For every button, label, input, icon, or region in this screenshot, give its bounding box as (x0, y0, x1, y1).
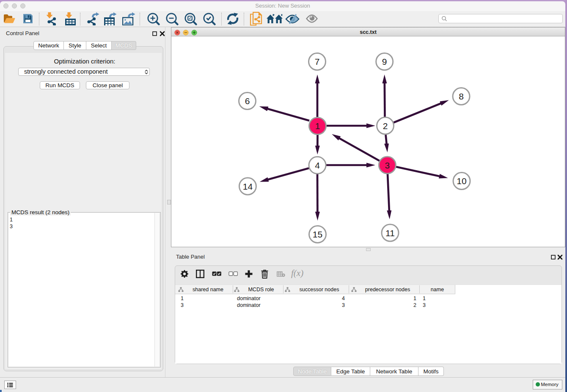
svg-text:7: 7 (315, 57, 320, 66)
svg-text:10: 10 (457, 176, 466, 186)
svg-text:11: 11 (385, 228, 395, 238)
svg-text:9: 9 (382, 57, 387, 66)
svg-text:8: 8 (459, 91, 464, 101)
svg-text:1: 1 (315, 121, 320, 131)
svg-text:2: 2 (383, 121, 388, 131)
svg-text:14: 14 (243, 182, 253, 191)
svg-text:15: 15 (313, 229, 322, 239)
svg-text:3: 3 (385, 160, 390, 170)
svg-text:6: 6 (245, 96, 250, 106)
svg-text:4: 4 (315, 160, 320, 170)
